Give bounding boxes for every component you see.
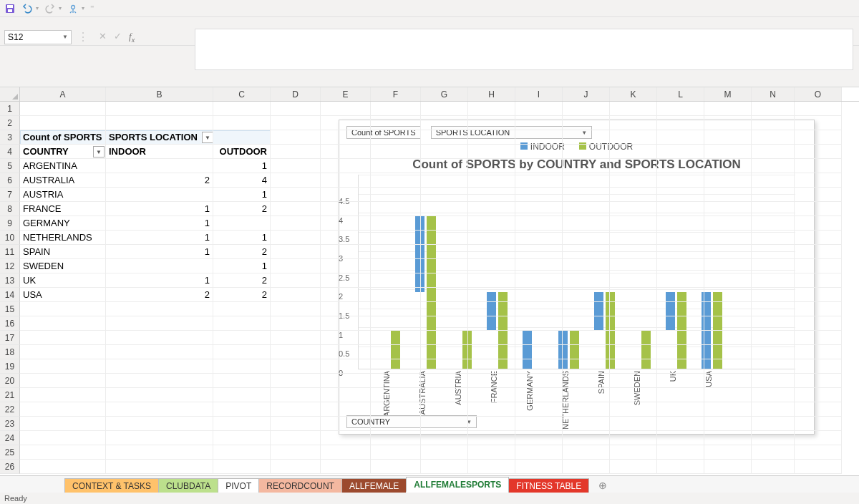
fx-button[interactable]: fx (129, 31, 135, 44)
cell-N14[interactable] (752, 288, 795, 302)
cell-J15[interactable] (563, 302, 610, 316)
cell-G8[interactable] (421, 202, 468, 216)
cell-B14[interactable]: 2 (106, 288, 213, 302)
cell-C13[interactable]: 2 (213, 273, 271, 288)
cell-H6[interactable] (468, 173, 515, 188)
cell-O18[interactable] (795, 345, 842, 359)
cell-G5[interactable] (421, 159, 468, 173)
cell-O11[interactable] (795, 245, 842, 259)
row-header-4[interactable]: 4 (0, 145, 20, 159)
cell-L7[interactable] (657, 188, 704, 202)
cell-K21[interactable] (610, 388, 657, 402)
cell-K22[interactable] (610, 402, 657, 417)
cell-N19[interactable] (752, 359, 795, 374)
column-header-F[interactable]: F (371, 87, 421, 101)
cell-N1[interactable] (752, 102, 795, 116)
cell-D14[interactable] (271, 288, 321, 302)
cell-B10[interactable]: 1 (106, 231, 213, 245)
cell-B19[interactable] (106, 359, 213, 374)
cell-D10[interactable] (271, 231, 321, 245)
cell-E16[interactable] (321, 316, 371, 331)
sheet-tab-recordcount[interactable]: RECORDCOUNT (258, 478, 342, 493)
cell-C23[interactable] (213, 417, 271, 431)
row-header-14[interactable]: 14 (0, 288, 20, 302)
cell-G13[interactable] (421, 273, 468, 288)
cell-N3[interactable] (752, 130, 795, 145)
cell-A9[interactable]: GERMANY (20, 216, 106, 231)
cell-I2[interactable] (515, 116, 563, 130)
cell-J5[interactable] (563, 159, 610, 173)
cell-J20[interactable] (563, 374, 610, 388)
cell-M25[interactable] (704, 445, 752, 460)
cell-I8[interactable] (515, 202, 563, 216)
column-header-L[interactable]: L (657, 87, 704, 101)
cell-F13[interactable] (371, 273, 421, 288)
cell-M2[interactable] (704, 116, 752, 130)
cell-I13[interactable] (515, 273, 563, 288)
cell-I11[interactable] (515, 245, 563, 259)
cell-O21[interactable] (795, 388, 842, 402)
cell-L22[interactable] (657, 402, 704, 417)
cell-D8[interactable] (271, 202, 321, 216)
cell-F10[interactable] (371, 231, 421, 245)
cell-I12[interactable] (515, 259, 563, 273)
cell-A18[interactable] (20, 345, 106, 359)
cell-K15[interactable] (610, 302, 657, 316)
cell-D19[interactable] (271, 359, 321, 374)
column-header-C[interactable]: C (213, 87, 271, 101)
column-header-D[interactable]: D (271, 87, 321, 101)
cell-I16[interactable] (515, 316, 563, 331)
cell-A24[interactable] (20, 431, 106, 445)
cell-D11[interactable] (271, 245, 321, 259)
cell-L9[interactable] (657, 216, 704, 231)
cell-O15[interactable] (795, 302, 842, 316)
cell-H17[interactable] (468, 331, 515, 345)
cell-D24[interactable] (271, 431, 321, 445)
cell-K7[interactable] (610, 188, 657, 202)
cell-N24[interactable] (752, 431, 795, 445)
cell-C21[interactable] (213, 388, 271, 402)
cell-H2[interactable] (468, 116, 515, 130)
cell-F15[interactable] (371, 302, 421, 316)
cell-C18[interactable] (213, 345, 271, 359)
cell-D5[interactable] (271, 159, 321, 173)
cell-A16[interactable] (20, 316, 106, 331)
cell-C16[interactable] (213, 316, 271, 331)
cell-O8[interactable] (795, 202, 842, 216)
cell-A7[interactable]: AUSTRIA (20, 188, 106, 202)
cell-A13[interactable]: UK (20, 273, 106, 288)
cell-A4[interactable]: COUNTRY (20, 145, 106, 159)
cell-K1[interactable] (610, 102, 657, 116)
cell-E12[interactable] (321, 259, 371, 273)
cell-L23[interactable] (657, 417, 704, 431)
cell-N26[interactable] (752, 460, 795, 474)
cell-G26[interactable] (421, 460, 468, 474)
cell-I26[interactable] (515, 460, 563, 474)
cell-M7[interactable] (704, 188, 752, 202)
row-header-18[interactable]: 18 (0, 345, 20, 359)
cell-O25[interactable] (795, 445, 842, 460)
cell-E20[interactable] (321, 374, 371, 388)
cell-J21[interactable] (563, 388, 610, 402)
row-header-21[interactable]: 21 (0, 388, 20, 402)
cell-L2[interactable] (657, 116, 704, 130)
cell-F7[interactable] (371, 188, 421, 202)
cell-O23[interactable] (795, 417, 842, 431)
cell-D13[interactable] (271, 273, 321, 288)
cell-E1[interactable] (321, 102, 371, 116)
sheet-tab-fitness-table[interactable]: FITNESS TABLE (508, 478, 589, 493)
cell-I4[interactable] (515, 145, 563, 159)
cell-K18[interactable] (610, 345, 657, 359)
cell-N4[interactable] (752, 145, 795, 159)
cell-M15[interactable] (704, 302, 752, 316)
cell-J6[interactable] (563, 173, 610, 188)
save-icon[interactable] (4, 3, 16, 14)
cell-J19[interactable] (563, 359, 610, 374)
cell-N21[interactable] (752, 388, 795, 402)
cell-C17[interactable] (213, 331, 271, 345)
cell-G14[interactable] (421, 288, 468, 302)
cell-M23[interactable] (704, 417, 752, 431)
cell-J26[interactable] (563, 460, 610, 474)
cell-E23[interactable] (321, 417, 371, 431)
cell-B13[interactable]: 1 (106, 273, 213, 288)
